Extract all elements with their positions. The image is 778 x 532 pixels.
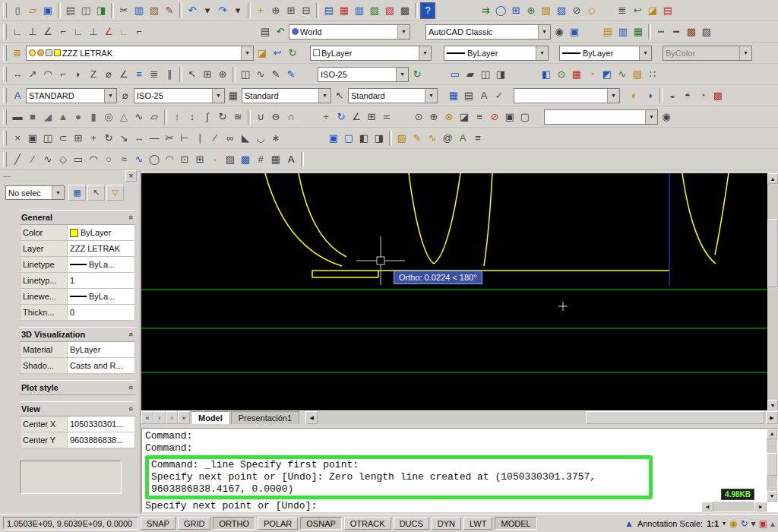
circle-icon[interactable]: ○: [101, 151, 116, 168]
wedge-icon[interactable]: ◢: [40, 109, 55, 125]
sweep-icon[interactable]: ∫: [200, 109, 215, 125]
scroll-down-icon[interactable]: ▼: [767, 491, 777, 502]
ucs-origin-icon[interactable]: ⊥: [86, 24, 101, 40]
layer-translate-icon[interactable]: ▦: [631, 24, 646, 40]
status-toggle-grid[interactable]: GRID: [178, 517, 211, 530]
layer-properties-manager-icon[interactable]: ≣: [10, 45, 25, 62]
viewports-icon[interactable]: ▭: [448, 66, 463, 83]
status-toggle-model[interactable]: MODEL: [495, 517, 536, 530]
3d-visualization-section-header[interactable]: 3D Visualization«: [20, 327, 135, 342]
cone-icon[interactable]: ▲: [55, 109, 71, 125]
clean-screen-icon[interactable]: ▣: [759, 519, 767, 528]
xref-attach-icon[interactable]: ⊕: [523, 2, 539, 19]
tab-presentación1[interactable]: Presentación1: [231, 411, 299, 424]
unnamed-modeling-dropdown[interactable]: ▾: [544, 109, 658, 125]
pan-icon[interactable]: +: [253, 2, 268, 19]
canvas-vertical-scrollbar[interactable]: ▲ ▼: [767, 173, 778, 410]
materials-icon[interactable]: ◩: [599, 66, 615, 83]
centermark-icon[interactable]: ⊕: [215, 66, 230, 83]
linetype-manager-icon[interactable]: ┅: [653, 24, 669, 40]
diminspect-icon[interactable]: ◫: [238, 66, 253, 83]
dropdown-arrow-icon[interactable]: ▾: [241, 46, 253, 60]
dimupdate-icon[interactable]: ↻: [410, 66, 425, 83]
toolbar-grip[interactable]: [3, 46, 7, 61]
refedit-icon[interactable]: ▩: [684, 24, 699, 40]
dropdown-arrow-icon[interactable]: ▾: [607, 89, 619, 103]
property-value[interactable]: 1050330301...: [68, 416, 134, 432]
lineweight-settings-icon[interactable]: ━: [669, 24, 684, 40]
plot-preview-icon[interactable]: ◫: [78, 2, 93, 19]
trim-icon[interactable]: ✂: [162, 130, 177, 147]
quick-select-icon[interactable]: ▽: [106, 185, 124, 201]
multiline-text-icon[interactable]: A: [283, 151, 299, 168]
toolbar-grip[interactable]: [3, 67, 7, 82]
spellcheck-icon[interactable]: ✓: [492, 87, 507, 104]
status-toggle-otrack[interactable]: OTRACK: [344, 517, 391, 530]
revision-cloud-icon[interactable]: ≈: [116, 151, 131, 168]
image-attach-icon[interactable]: ▨: [539, 2, 554, 19]
publish-icon[interactable]: ◨: [93, 2, 109, 19]
advanced-render-icon[interactable]: ▩: [710, 87, 726, 104]
presspull-icon[interactable]: ↕: [185, 109, 200, 125]
collapse-chevron-icon[interactable]: «: [127, 215, 136, 220]
dimordinate-icon[interactable]: ⌐: [55, 66, 71, 83]
imprint-icon[interactable]: ⊕: [426, 109, 441, 125]
properties-icon[interactable]: ▤: [321, 2, 337, 19]
undo-icon[interactable]: ↶: [185, 2, 200, 19]
make-block-icon[interactable]: ⊞: [192, 151, 207, 168]
tab-last-icon[interactable]: »: [178, 411, 190, 424]
property-value[interactable]: 0: [68, 305, 134, 320]
multiline-edit-icon[interactable]: ≡: [470, 130, 485, 147]
scroll-thumb[interactable]: [586, 411, 764, 424]
draworder-back-icon[interactable]: ▢: [341, 130, 356, 147]
move-3d-icon[interactable]: +: [318, 109, 334, 125]
tab-prev-icon[interactable]: ‹: [153, 411, 166, 424]
union-icon[interactable]: ∪: [253, 109, 268, 125]
layer-isolate-icon[interactable]: ▤: [660, 2, 675, 19]
plot-icon[interactable]: ▤: [63, 2, 78, 19]
toolbar-grip[interactable]: [3, 109, 7, 125]
dim-style-dropdown[interactable]: ISO-25▾: [134, 88, 225, 103]
dimcontinue-icon[interactable]: ∥: [162, 66, 177, 83]
redo-icon[interactable]: ↷: [215, 2, 230, 19]
mirror-icon[interactable]: ◫: [40, 130, 55, 147]
layer-dropdown[interactable]: ZZZ LETRAK▾: [26, 46, 254, 61]
dropdown-arrow-icon[interactable]: ▾: [318, 89, 330, 103]
interfere-icon[interactable]: ⊘: [487, 109, 502, 125]
dropdown-arrow-icon[interactable]: ▾: [52, 186, 64, 199]
time-of-day-icon[interactable]: ◓: [680, 87, 695, 104]
zoom-window-icon[interactable]: ⊞: [283, 2, 299, 19]
open-icon[interactable]: ▱: [25, 2, 40, 19]
spline-edit-icon[interactable]: ∿: [425, 130, 440, 147]
render-icon[interactable]: ▦: [569, 66, 584, 83]
status-toggle-lwt[interactable]: LWT: [463, 517, 492, 530]
redo-list-arrow-icon[interactable]: ▾: [230, 2, 245, 19]
rotate-icon[interactable]: ↻: [101, 130, 116, 147]
quickcalc-icon[interactable]: ▩: [397, 2, 413, 19]
ucs-rotate-icon[interactable]: ⌐: [131, 24, 147, 40]
explode-icon[interactable]: ∗: [268, 130, 283, 147]
scroll-down-icon[interactable]: ▼: [767, 400, 778, 410]
construction-line-icon[interactable]: ∕: [25, 151, 40, 168]
sheetset-manager-icon[interactable]: ▧: [367, 2, 382, 19]
dropdown-arrow-icon[interactable]: ▾: [639, 46, 651, 60]
text-edit-icon[interactable]: A: [455, 130, 470, 147]
hatch-icon[interactable]: ▨: [223, 151, 238, 168]
sun-status-icon[interactable]: ◐: [627, 87, 642, 104]
workspace-dropdown[interactable]: AutoCAD Classic▾: [425, 24, 551, 40]
polygonal-viewport-icon[interactable]: ▰: [463, 66, 478, 83]
dimjogged-icon[interactable]: Z: [86, 66, 101, 83]
property-value[interactable]: Casts and R...: [68, 358, 134, 373]
help-icon[interactable]: ?: [420, 2, 435, 19]
copy-icon[interactable]: ▥: [131, 2, 147, 19]
apply-icon[interactable]: ◉: [659, 109, 674, 125]
table-style-dropdown[interactable]: Standard▾: [242, 88, 331, 103]
ucs-icon[interactable]: ∟: [10, 24, 25, 40]
tolerance-icon[interactable]: ⊞: [200, 66, 215, 83]
tab-first-icon[interactable]: «: [141, 411, 153, 424]
command-horizontal-scrollbar[interactable]: ◀ ▶: [701, 502, 767, 511]
scroll-right-icon[interactable]: ▶: [754, 502, 767, 511]
ucs-face-icon[interactable]: ⌐: [55, 24, 71, 40]
extrude-icon[interactable]: ↑: [169, 109, 185, 125]
pyramid-icon[interactable]: △: [116, 109, 131, 125]
